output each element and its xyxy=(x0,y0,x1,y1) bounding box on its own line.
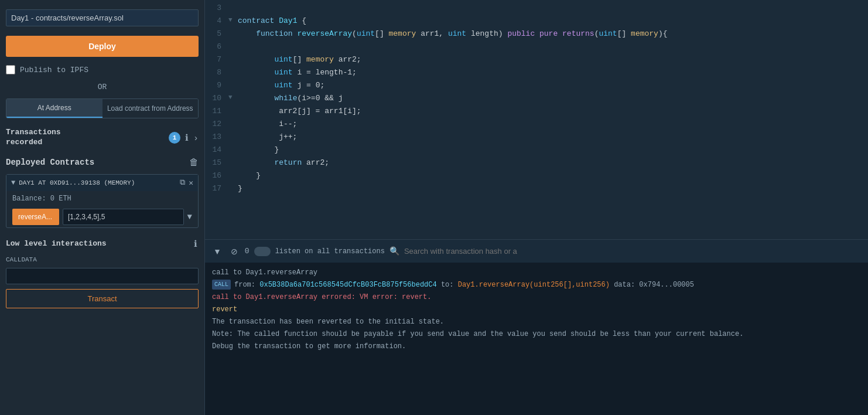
contract-name-label: DAY1 AT 0XD91...39138 (MEMORY) xyxy=(19,179,176,186)
balance-line: Balance: 0 ETH xyxy=(6,191,198,206)
code-line: 4▼contract Day1 { xyxy=(205,15,868,28)
code-line: 10▼ while(i>=0 && j xyxy=(205,93,868,106)
load-contract-tab[interactable]: Load contract from Address xyxy=(102,99,199,118)
code-content: j++; xyxy=(238,131,868,144)
reverse-array-button[interactable]: reverseA... xyxy=(12,209,59,225)
calldata-input[interactable] xyxy=(6,268,199,284)
line-number: 16 xyxy=(205,170,228,182)
line-number: 13 xyxy=(205,131,228,144)
code-content: function reverseArray(uint[] memory arr1… xyxy=(238,28,868,40)
code-content: } xyxy=(238,170,868,182)
terminal-search-input[interactable] xyxy=(404,247,862,256)
function-input[interactable] xyxy=(63,209,184,225)
code-line: 13 j++; xyxy=(205,131,868,144)
fold-icon[interactable]: ▼ xyxy=(228,15,238,26)
line-number: 3 xyxy=(205,2,228,15)
transactions-expand-button[interactable]: › xyxy=(193,131,199,144)
code-line: 5 function reverseArray(uint[] memory ar… xyxy=(205,28,868,41)
transactions-controls: 1 ℹ › xyxy=(169,131,199,144)
log-line: call to Day1.reverseArray xyxy=(212,267,861,278)
function-expand-icon[interactable]: ▼ xyxy=(187,212,192,222)
code-content: i--; xyxy=(238,118,868,131)
low-level-section: Low level interactions ℹ xyxy=(6,237,199,250)
log-line: Debug the transaction to get more inform… xyxy=(212,341,861,352)
deployed-contracts-title: Deployed Contracts xyxy=(6,158,94,167)
line-number: 6 xyxy=(205,41,228,53)
code-line: 7 uint[] memory arr2; xyxy=(205,54,868,67)
calldata-label: CALLDATA xyxy=(6,256,199,263)
line-number: 14 xyxy=(205,144,228,157)
deploy-button[interactable]: Deploy xyxy=(6,36,199,57)
code-line: 17} xyxy=(205,183,868,196)
code-line: 11 arr2[j] = arr1[i]; xyxy=(205,106,868,118)
code-content: arr2[j] = arr1[i]; xyxy=(238,106,868,118)
address-tabs: At Address Load contract from Address xyxy=(6,98,199,118)
code-line: 15 return arr2; xyxy=(205,157,868,170)
contract-selector-wrapper: Day1 - contracts/reverseArray.sol xyxy=(6,9,199,26)
close-icon[interactable]: ✕ xyxy=(189,178,193,188)
listen-toggle[interactable] xyxy=(254,247,271,256)
code-line: 6 xyxy=(205,41,868,54)
transact-button[interactable]: Transact xyxy=(6,289,199,308)
log-line: call to Day1.reverseArray errored: VM er… xyxy=(212,292,861,302)
line-number: 12 xyxy=(205,118,228,131)
trash-icon[interactable]: 🗑 xyxy=(189,157,199,168)
code-content: contract Day1 { xyxy=(238,15,868,28)
contract-dropdown[interactable]: Day1 - contracts/reverseArray.sol xyxy=(6,9,199,26)
log-line: CALLfrom: 0x5B38Da6a701c568545dCfcB03FcB… xyxy=(212,280,861,290)
chevron-down-icon: ▼ xyxy=(11,179,15,187)
log-line: The transaction has been reverted to the… xyxy=(212,317,861,327)
terminal-count: 0 xyxy=(245,247,250,256)
log-line: Note: The called function should be paya… xyxy=(212,329,861,339)
call-badge: CALL xyxy=(212,280,231,290)
line-number: 17 xyxy=(205,183,228,195)
code-content: uint i = length-1; xyxy=(238,67,868,79)
code-content: } xyxy=(238,144,868,157)
line-number: 8 xyxy=(205,67,228,79)
left-panel: Day1 - contracts/reverseArray.sol Deploy… xyxy=(0,0,205,415)
publish-ipfs-row: Publish to IPFS xyxy=(6,65,199,74)
code-line: 3 xyxy=(205,2,868,15)
transactions-section: Transactions recorded 1 ℹ › xyxy=(6,128,199,148)
line-number: 11 xyxy=(205,106,228,118)
code-line: 9 uint j = 0; xyxy=(205,80,868,93)
line-number: 10 xyxy=(205,93,228,105)
line-number: 15 xyxy=(205,157,228,169)
terminal-collapse-button[interactable]: ▼ xyxy=(211,246,224,257)
or-divider: OR xyxy=(0,83,204,91)
code-content: return arr2; xyxy=(238,157,868,169)
contract-instance: ▼ DAY1 AT 0XD91...39138 (MEMORY) ⧉ ✕ Bal… xyxy=(6,174,199,228)
line-number: 4 xyxy=(205,15,228,28)
fold-icon[interactable]: ▼ xyxy=(228,93,238,103)
terminal-output: call to Day1.reverseArrayCALLfrom: 0x5B3… xyxy=(205,263,868,415)
contract-instance-header[interactable]: ▼ DAY1 AT 0XD91...39138 (MEMORY) ⧉ ✕ xyxy=(6,175,198,191)
terminal-no-entry-button[interactable]: ⊘ xyxy=(228,246,240,257)
low-level-title: Low level interactions xyxy=(6,239,107,248)
terminal-bar: ▼ ⊘ 0 listen on all transactions 🔍 xyxy=(205,239,868,263)
function-row: reverseA... ▼ xyxy=(12,209,192,225)
code-editor: 34▼contract Day1 {5 function reverseArra… xyxy=(205,0,868,239)
search-icon: 🔍 xyxy=(389,246,399,256)
transactions-label: Transactions recorded xyxy=(6,128,61,148)
publish-ipfs-label: Publish to IPFS xyxy=(20,66,88,74)
low-level-info-button[interactable]: ℹ xyxy=(193,237,199,250)
line-number: 5 xyxy=(205,28,228,40)
code-content: uint[] memory arr2; xyxy=(238,54,868,66)
listen-label: listen on all transactions xyxy=(275,247,385,256)
code-line: 16 } xyxy=(205,170,868,183)
transactions-info-button[interactable]: ℹ xyxy=(184,131,190,144)
code-line: 8 uint i = length-1; xyxy=(205,67,868,80)
code-line: 12 i--; xyxy=(205,118,868,131)
right-panel: 34▼contract Day1 {5 function reverseArra… xyxy=(205,0,868,415)
deployed-contracts-header: Deployed Contracts 🗑 xyxy=(6,157,199,168)
log-line: revert xyxy=(212,304,861,315)
line-number: 9 xyxy=(205,80,228,92)
publish-ipfs-checkbox[interactable] xyxy=(6,65,15,74)
line-number: 7 xyxy=(205,54,228,66)
code-content: } xyxy=(238,183,868,195)
at-address-tab[interactable]: At Address xyxy=(6,99,102,118)
code-line: 14 } xyxy=(205,144,868,157)
transactions-badge: 1 xyxy=(169,132,180,144)
code-content: while(i>=0 && j xyxy=(238,93,868,105)
copy-icon[interactable]: ⧉ xyxy=(180,178,185,187)
